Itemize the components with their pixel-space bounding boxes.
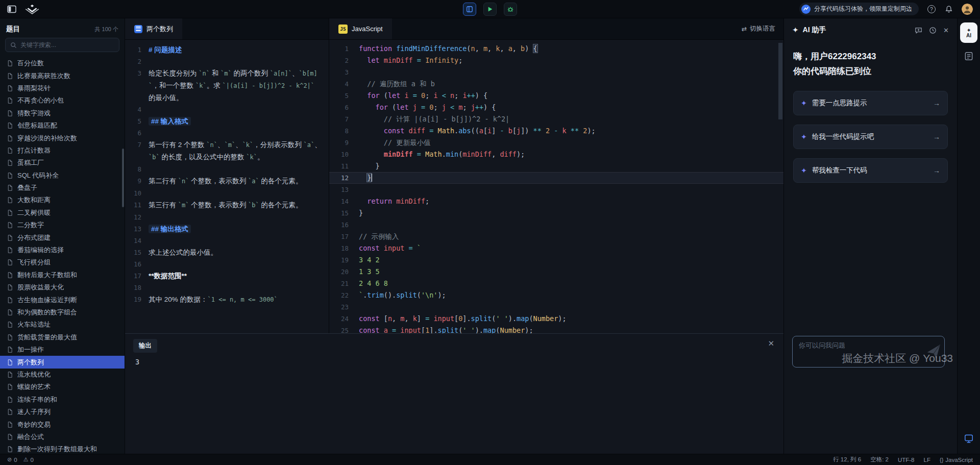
editor-scrollbar[interactable] xyxy=(778,43,782,119)
send-icon[interactable] xyxy=(925,342,943,363)
sidebar-item[interactable]: 蛋糕工厂 xyxy=(0,157,125,169)
sidebar-toggle-icon[interactable] xyxy=(7,5,16,14)
ai-suggestion-card[interactable]: ✦帮我检查一下代码→ xyxy=(793,158,948,183)
tab-language[interactable]: JS JavaScript xyxy=(329,18,392,39)
code-line[interactable]: 14 return minDiff; xyxy=(329,195,783,207)
code-line[interactable]: 18const input = ` xyxy=(329,242,783,254)
sidebar-item[interactable]: 百分位数 xyxy=(0,57,125,69)
sidebar-item[interactable]: 加一操作 xyxy=(0,344,125,356)
sidebar-item[interactable]: 飞行棋分组 xyxy=(0,256,125,268)
sidebar-item[interactable]: 货船载货量的最大值 xyxy=(0,331,125,344)
close-ai-icon[interactable]: ✕ xyxy=(943,27,949,34)
layout-button[interactable] xyxy=(463,3,476,16)
code-line[interactable]: 23 xyxy=(329,301,783,313)
code-line[interactable]: 7 // 计算 |(a[i] - b[j])^2 - k^2| xyxy=(329,113,783,125)
ai-input-box[interactable] xyxy=(792,336,945,368)
problem-description[interactable]: 1# 问题描述23给定长度分别为 `n` 和 `m` 的两个数列 `a[n]`、… xyxy=(125,40,329,333)
doc-line: 19其中 20% 的数据：`1 <= n, m <= 3000` xyxy=(125,293,329,306)
code-line[interactable]: 24const [n, m, k] = input[0].split(' ').… xyxy=(329,313,783,325)
code-line[interactable]: 25const a = input[1].split(' ').map(Numb… xyxy=(329,325,783,333)
sidebar-item[interactable]: 比赛最高获胜次数 xyxy=(0,69,125,82)
debug-button[interactable] xyxy=(504,3,517,16)
code-line[interactable]: 17// 示例输入 xyxy=(329,231,783,242)
indentation-setting[interactable]: 空格: 2 xyxy=(870,456,889,463)
sidebar-item[interactable]: 融合公式 xyxy=(0,431,125,443)
code-line[interactable]: 9 // 更新最小值 xyxy=(329,137,783,149)
tab-problem[interactable]: 两个数列 xyxy=(125,18,182,39)
sidebar-item[interactable]: 二分数字 xyxy=(0,219,125,231)
sidebar-item[interactable]: 二叉树供暖 xyxy=(0,207,125,219)
sidebar-scrollbar[interactable] xyxy=(122,149,124,207)
code-editor[interactable]: 1function findMinDifference(n, m, k, a, … xyxy=(329,40,783,333)
sidebar-item[interactable]: 大数和距离 xyxy=(0,194,125,206)
code-line[interactable]: 8 const diff = Math.abs((a[i] - b[j]) **… xyxy=(329,125,783,137)
sidebar-item[interactable]: 流水线优化 xyxy=(0,369,125,381)
code-line[interactable]: 13 xyxy=(329,184,783,195)
sidebar-item[interactable]: 翻转后最大子数组和 xyxy=(0,269,125,281)
sidebar-item[interactable]: 迷人子序列 xyxy=(0,406,125,418)
sidebar-item[interactable]: 穿越沙漠的补给次数 xyxy=(0,132,125,144)
ai-assistant-toggle[interactable]: ✦ AI xyxy=(960,22,977,43)
encoding-setting[interactable]: UTF-8 xyxy=(898,457,915,463)
code-line[interactable]: 2 let minDiff = Infinity; xyxy=(329,55,783,66)
code-line[interactable]: 193 4 2 xyxy=(329,254,783,266)
code-line[interactable]: 212 4 6 8 xyxy=(329,278,783,289)
feedback-icon[interactable] xyxy=(964,433,974,446)
run-button[interactable] xyxy=(483,3,497,16)
sidebar-item[interactable]: 分布式团建 xyxy=(0,231,125,243)
sidebar-item[interactable]: 螺旋的艺术 xyxy=(0,381,125,393)
sidebar-item[interactable]: 奇妙的交易 xyxy=(0,418,125,430)
ai-panel: ✦ AI 助手 ✕ 嗨，用户6222962343 你的代码陪练已到位 ✦需要一点… xyxy=(783,18,957,454)
sidebar-item[interactable]: 火车站选址 xyxy=(0,319,125,331)
errors-indicator[interactable]: ⊘ 0 xyxy=(7,456,17,463)
eol-setting[interactable]: LF xyxy=(924,457,930,463)
history-icon[interactable] xyxy=(929,27,937,34)
code-line[interactable]: 12 } xyxy=(329,172,783,184)
code-line[interactable]: 201 3 5 xyxy=(329,266,783,278)
sidebar-item[interactable]: 古生物血缘远近判断 xyxy=(0,293,125,306)
sidebar-item[interactable]: 删除一次得到子数组最大和 xyxy=(0,443,125,454)
output-tab[interactable]: 输出 xyxy=(133,339,157,353)
code-line[interactable]: 11 } xyxy=(329,160,783,172)
sidebar-item[interactable]: SQL 代码补全 xyxy=(0,169,125,182)
new-chat-icon[interactable] xyxy=(915,27,922,34)
sidebar-item[interactable]: 创意标题匹配 xyxy=(0,119,125,132)
promo-banner[interactable]: 分享代码练习体验，领限量定制周边 xyxy=(799,3,919,15)
juejin-logo-icon[interactable] xyxy=(23,4,41,15)
code-line[interactable]: 10 minDiff = Math.min(minDiff, diff); xyxy=(329,149,783,160)
sidebar-item[interactable]: 不再贪心的小包 xyxy=(0,94,125,107)
code-line[interactable]: 22`.trim().split('\n'); xyxy=(329,289,783,301)
code-line[interactable]: 1function findMinDifference(n, m, k, a, … xyxy=(329,43,783,55)
sidebar-item[interactable]: 打点计数器 xyxy=(0,144,125,157)
code-line[interactable]: 16 xyxy=(329,219,783,231)
sidebar-item[interactable]: 和为偶数的数字组合 xyxy=(0,306,125,319)
warnings-indicator[interactable]: ⚠ 0 xyxy=(23,456,34,463)
sidebar-item[interactable]: 猜数字游戏 xyxy=(0,107,125,119)
doc-line: 9第二行有 `n` 个整数，表示数列 `a` 的各个元素。 xyxy=(125,175,329,187)
sidebar-item[interactable]: 叠盘子 xyxy=(0,182,125,194)
code-line[interactable]: 15} xyxy=(329,207,783,219)
language-mode[interactable]: {} JavaScript xyxy=(940,457,973,463)
cursor-position[interactable]: 行 12, 列 6 xyxy=(833,456,861,463)
help-icon[interactable]: ? xyxy=(927,5,936,14)
sidebar-item[interactable]: 连续子串的和 xyxy=(0,394,125,406)
ai-question-input[interactable] xyxy=(799,341,922,362)
search-box[interactable] xyxy=(5,38,119,52)
sidebar-item[interactable]: 番茄编辑的选择 xyxy=(0,244,125,256)
avatar[interactable] xyxy=(962,4,973,15)
search-input[interactable] xyxy=(20,41,114,48)
sidebar-item[interactable]: 股票收益最大化 xyxy=(0,281,125,293)
sidebar-item[interactable]: 暴雨梨花针 xyxy=(0,82,125,94)
practice-record-icon[interactable] xyxy=(964,51,974,63)
output-close-icon[interactable]: ✕ xyxy=(768,339,774,348)
notifications-icon[interactable] xyxy=(944,5,953,14)
code-line[interactable]: 5 for (let i = 0; i < n; i++) { xyxy=(329,90,783,102)
code-line[interactable]: 3 xyxy=(329,66,783,78)
ai-suggestion-card[interactable]: ✦需要一点思路提示→ xyxy=(793,91,948,115)
switch-language-button[interactable]: ⇄ 切换语言 xyxy=(733,18,783,39)
ai-suggestion-card[interactable]: ✦给我一些代码提示吧→ xyxy=(793,125,948,149)
code-line[interactable]: 4 // 遍历数组 a 和 b xyxy=(329,78,783,90)
code-line[interactable]: 6 for (let j = 0; j < m; j++) { xyxy=(329,102,783,113)
sparkle-icon: ✦ xyxy=(801,99,807,107)
sidebar-item[interactable]: 两个数列 xyxy=(0,356,125,368)
